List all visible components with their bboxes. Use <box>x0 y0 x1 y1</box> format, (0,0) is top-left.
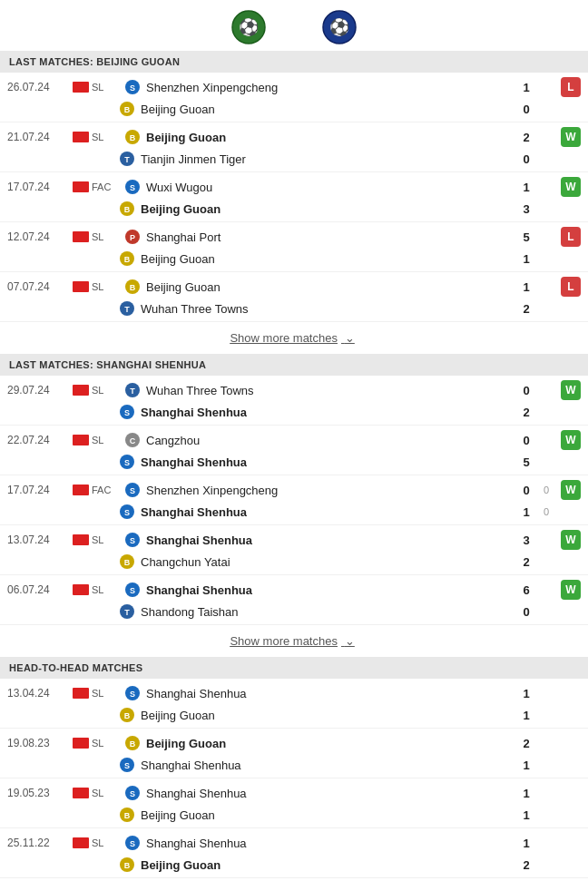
match-row: 26.07.24SLSShenzhen Xinpengcheng1L <box>0 73 588 99</box>
country-flag <box>73 688 89 699</box>
match-score: 5 <box>517 455 535 469</box>
match-row: 22.07.24SLCCangzhou0W <box>0 426 588 452</box>
match-score: 1 <box>517 808 535 822</box>
section-header-1: LAST MATCHES: SHANGHAI SHENHUA <box>0 354 588 376</box>
result-badge: L <box>561 227 581 247</box>
match-score: 1 <box>517 709 535 722</box>
match-date: 22.07.24 <box>7 434 73 446</box>
result-badge: W <box>561 177 581 197</box>
league-code: SL <box>92 738 119 749</box>
match-score: 1 <box>517 280 535 294</box>
svg-text:B: B <box>130 283 136 292</box>
svg-text:P: P <box>130 233 135 242</box>
match-score: 0 <box>517 605 535 619</box>
svg-text:T: T <box>124 155 130 164</box>
match-score-extra: 0 <box>539 485 554 495</box>
team-icon: B <box>119 553 135 570</box>
match-score: 1 <box>517 181 535 194</box>
svg-text:S: S <box>124 458 130 467</box>
match-row: TTianjin Jinmen Tiger0 <box>0 149 588 171</box>
league-code: SL <box>92 688 119 699</box>
team-name: Wuxi Wugou <box>146 181 512 194</box>
match-row: BBeijing Guoan1 <box>0 805 588 827</box>
team-name: Shenzhen Xinpengcheng <box>146 484 512 497</box>
match-row: SShanghai Shenhua2 <box>0 402 588 425</box>
team-icon: S <box>124 685 141 701</box>
svg-text:B: B <box>124 861 131 870</box>
match-score: 3 <box>517 533 535 547</box>
svg-text:B: B <box>130 739 136 749</box>
team-name: Beijing Guoan <box>141 202 512 216</box>
match-group: 21.07.24SLBBeijing Guoan2WTTianjin Jinme… <box>0 122 588 172</box>
match-group: 26.07.24SLSShenzhen Xinpengcheng1LBBeiji… <box>0 73 588 122</box>
svg-text:S: S <box>124 761 130 770</box>
match-row: SShanghai Shenhua1 <box>0 755 588 778</box>
team-name: Beijing Guoan <box>146 737 512 750</box>
result-badge: W <box>561 380 581 400</box>
match-group: 07.07.24SLBBeijing Guoan1LTWuhan Three T… <box>0 272 588 322</box>
svg-text:S: S <box>130 83 135 93</box>
team-icon: B <box>119 101 135 117</box>
match-header: ⚽ ⚽ <box>0 0 588 51</box>
team-name: Changchun Yatai <box>141 555 512 569</box>
team-icon: S <box>119 454 135 470</box>
match-group: 12.07.24SLPShanghai Port5LBBeijing Guoan… <box>0 222 588 272</box>
team-name: Wuhan Three Towns <box>141 302 512 316</box>
match-row: 06.07.24SLSShanghai Shenhua6W <box>0 575 588 602</box>
match-score: 1 <box>517 252 535 266</box>
match-score: 1 <box>517 759 535 772</box>
league-code: FAC <box>92 181 119 192</box>
country-flag <box>73 132 89 142</box>
result-badge: L <box>561 77 581 97</box>
league-code: SL <box>92 788 119 798</box>
svg-text:B: B <box>130 133 136 142</box>
country-flag <box>73 738 89 749</box>
show-more-label: Show more matches <box>230 331 338 345</box>
match-score-extra: 0 <box>539 506 554 517</box>
match-row: BChangchun Yatai2 <box>0 552 588 574</box>
team-icon: T <box>124 382 141 398</box>
match-date: 17.07.24 <box>7 181 73 193</box>
section-header-2: HEAD-TO-HEAD MATCHES <box>0 657 588 679</box>
match-row: 19.08.23SLBBeijing Guoan2 <box>0 729 588 755</box>
team-icon: T <box>119 300 135 317</box>
match-score: 2 <box>517 406 535 419</box>
match-date: 29.07.24 <box>7 384 73 396</box>
team-name: Shanghai Port <box>146 230 512 244</box>
svg-text:B: B <box>124 711 131 720</box>
show-more-button[interactable]: Show more matches ⌄ <box>0 322 588 354</box>
svg-text:S: S <box>130 486 135 495</box>
show-more-button[interactable]: Show more matches ⌄ <box>0 625 588 657</box>
match-row: 19.05.23SLSShanghai Shenhua1 <box>0 778 588 805</box>
team1-logo: ⚽ <box>230 9 267 45</box>
team-icon: S <box>119 504 135 520</box>
country-flag <box>73 584 89 595</box>
match-row: 17.07.24FACSWuxi Wugou1W <box>0 172 588 199</box>
match-group: 13.04.24SLSShanghai Shenhua1BBeijing Guo… <box>0 679 588 729</box>
match-row: 12.07.24SLPShanghai Port5L <box>0 222 588 249</box>
match-group: 17.07.24FACSShenzhen Xinpengcheng00WSSha… <box>0 475 588 525</box>
team-icon: S <box>124 532 141 548</box>
match-group: 13.07.24SLSShanghai Shenhua3WBChangchun … <box>0 525 588 575</box>
svg-text:T: T <box>124 305 130 314</box>
league-code: SL <box>92 837 119 848</box>
team-icon: S <box>124 79 141 95</box>
match-score: 2 <box>517 131 535 144</box>
show-more-label: Show more matches <box>230 634 338 648</box>
team-name: Shanghai Shenhua <box>146 837 512 850</box>
match-row: BBeijing Guoan2 <box>0 855 588 877</box>
match-row: TShandong Taishan0 <box>0 602 588 624</box>
match-date: 17.07.24 <box>7 484 73 496</box>
result-badge: L <box>561 277 581 297</box>
team-icon: B <box>124 129 141 145</box>
team-icon: S <box>124 582 141 598</box>
league-code: SL <box>92 281 119 292</box>
section-header-0: LAST MATCHES: BEIJING GUOAN <box>0 51 588 73</box>
country-flag <box>73 837 89 848</box>
result-badge: W <box>561 580 581 600</box>
match-group: 19.05.23SLSShanghai Shenhua1BBeijing Guo… <box>0 778 588 828</box>
match-score: 0 <box>517 103 535 116</box>
match-date: 26.07.24 <box>7 81 73 93</box>
svg-text:C: C <box>130 436 136 445</box>
country-flag <box>73 82 89 93</box>
